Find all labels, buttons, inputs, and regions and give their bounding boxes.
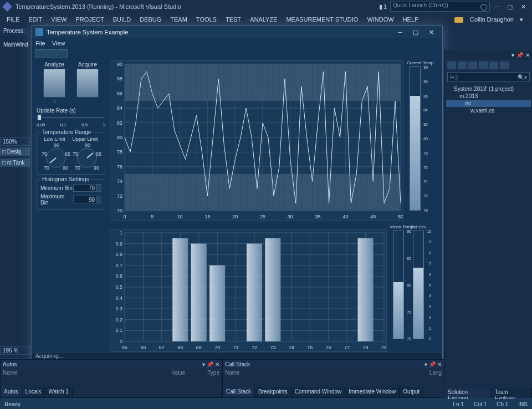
tab-immediate-window[interactable]: Immediate Window xyxy=(345,387,400,397)
project-node[interactable]: m.2013 xyxy=(446,93,531,100)
svg-text:10: 10 xyxy=(177,214,183,219)
tab-callstack[interactable]: Call Stack xyxy=(223,387,255,397)
low-limit-label: Low Limit xyxy=(44,136,65,142)
tb-btn-1[interactable] xyxy=(35,49,45,58)
design-tab[interactable]: □ Desig xyxy=(0,147,30,156)
child-minimize-button[interactable]: ─ xyxy=(392,29,408,35)
solexp-search[interactable]: l+;) 🔍▾ xyxy=(447,72,530,82)
menu-edit[interactable]: EDIT xyxy=(24,14,47,24)
child-menu-view[interactable]: View xyxy=(52,40,65,47)
autos-close-icon[interactable]: ✕ xyxy=(215,361,219,367)
svg-text:66: 66 xyxy=(140,345,146,350)
menu-window[interactable]: WINDOW xyxy=(362,14,398,24)
close-button[interactable]: ✕ xyxy=(516,2,530,12)
upper-limit-knob[interactable]: 8075857090 xyxy=(71,143,103,171)
tab-watch1[interactable]: Watch 1 xyxy=(45,387,72,397)
status-ready: Ready xyxy=(4,401,21,407)
svg-text:67: 67 xyxy=(159,345,165,350)
update-rate-slider[interactable] xyxy=(37,115,105,120)
cs-dropdown-icon[interactable]: ▾ xyxy=(424,361,427,367)
menu-tools[interactable]: TOOLS xyxy=(192,14,221,24)
se-showall-icon[interactable] xyxy=(479,62,488,69)
analyze-mode-button[interactable]: Analyze ☟ xyxy=(43,62,65,104)
autos-panel: Autos▾ 📌 ✕ Name Value Type Autos Locals … xyxy=(0,359,222,398)
menu-analyze[interactable]: ANALYZE xyxy=(245,14,282,24)
autos-title: Autos xyxy=(3,361,17,367)
panel-pin-icon[interactable]: 📌 xyxy=(516,52,523,58)
svg-rect-164 xyxy=(191,244,207,341)
tab-command-window[interactable]: Command Window xyxy=(291,387,345,397)
vs-logo-icon xyxy=(2,2,12,12)
callstack-panel: Call Stack▾ 📌 ✕ Name Lang Call Stack Bre… xyxy=(222,359,444,398)
mainwindow-tab[interactable]: MainWind xyxy=(0,39,31,50)
menu-file[interactable]: FILE xyxy=(2,14,24,24)
solution-tree[interactable]: System.2013' (1 project) m.2013 ml w.xam… xyxy=(445,83,532,116)
user-account[interactable]: Collin Draughon ▾ xyxy=(450,14,530,25)
xaml-cs-node[interactable]: w.xaml.cs xyxy=(446,107,531,114)
std-dev-gauge: Std Dev 109876543210 xyxy=(410,224,427,352)
svg-text:79: 79 xyxy=(381,345,387,350)
tab-team-explorer[interactable]: Team Explorer xyxy=(491,388,532,398)
restore-button[interactable]: ▢ xyxy=(503,2,516,12)
acquire-mode-button[interactable]: Acquire xyxy=(76,62,99,104)
tb-btn-3[interactable] xyxy=(58,49,68,58)
menu-help[interactable]: HELP xyxy=(398,14,423,24)
child-menubar: File View xyxy=(32,38,442,48)
cs-pin-icon[interactable]: 📌 xyxy=(429,361,436,367)
tb-btn-2[interactable] xyxy=(47,49,57,58)
se-collapse-icon[interactable] xyxy=(468,62,477,69)
minimize-button[interactable]: ─ xyxy=(490,2,503,12)
svg-text:5: 5 xyxy=(151,214,154,219)
zoom-combo-2[interactable]: 195 % xyxy=(0,346,30,355)
menu-team[interactable]: TEAM xyxy=(166,14,192,24)
child-titlebar[interactable]: Temperature System Example ─ ▢ ✕ xyxy=(32,26,442,38)
low-limit-knob[interactable]: 8075857090 xyxy=(40,143,71,171)
tab-locals[interactable]: Locals xyxy=(22,387,45,397)
menu-project[interactable]: PROJECT xyxy=(71,14,108,24)
svg-text:0.8: 0.8 xyxy=(115,252,122,257)
zoom-combo-1[interactable]: 150% xyxy=(0,137,30,146)
max-bin-input[interactable] xyxy=(73,196,96,203)
menu-view[interactable]: VIEW xyxy=(47,14,71,24)
autos-col-name: Name xyxy=(3,370,18,376)
tab-solution-explorer[interactable]: Solution Explorer xyxy=(444,388,491,398)
min-bin-spinner[interactable] xyxy=(96,184,101,192)
panel-close-icon[interactable]: ✕ xyxy=(525,52,530,58)
cs-close-icon[interactable]: ✕ xyxy=(437,361,442,367)
panel-dropdown-icon[interactable]: ▾ xyxy=(511,52,514,58)
solution-node[interactable]: System.2013' (1 project) xyxy=(446,85,531,93)
svg-text:68: 68 xyxy=(177,345,183,350)
tab-breakpoints[interactable]: Breakpoints xyxy=(255,387,291,397)
menu-measurement-studio[interactable]: MEASUREMENT STUDIO xyxy=(282,14,362,24)
autos-dropdown-icon[interactable]: ▾ xyxy=(202,361,205,367)
min-bin-input[interactable] xyxy=(73,184,96,192)
svg-text:0.6: 0.6 xyxy=(115,273,122,279)
se-props-icon[interactable] xyxy=(489,62,498,69)
autos-pin-icon[interactable]: 📌 xyxy=(207,361,213,367)
se-preview-icon[interactable] xyxy=(500,62,509,69)
status-col: Col 1 xyxy=(474,401,487,407)
svg-text:71: 71 xyxy=(233,345,239,350)
child-menu-file[interactable]: File xyxy=(35,40,45,47)
se-refresh-icon[interactable] xyxy=(458,62,467,69)
vs-statusbar: Ready Ln 1 Col 1 Ch 1 INS xyxy=(0,399,532,409)
svg-text:50: 50 xyxy=(398,214,403,219)
svg-text:86: 86 xyxy=(117,91,122,96)
nitank-tab[interactable]: □ ni:Tank xyxy=(0,159,30,167)
svg-text:0.1: 0.1 xyxy=(115,328,122,333)
acquire-label: Acquire xyxy=(78,62,97,68)
max-bin-spinner[interactable] xyxy=(96,196,101,203)
menu-test[interactable]: TEST xyxy=(221,14,245,24)
tab-output[interactable]: Output xyxy=(400,387,423,397)
menu-debug[interactable]: DEBUG xyxy=(135,14,166,24)
tab-autos[interactable]: Autos xyxy=(1,387,22,397)
menu-build[interactable]: BUILD xyxy=(109,14,135,24)
notification-flag[interactable]: ▮ 1 xyxy=(379,3,387,11)
designer-left-strip: Process: MainWind 150% □ Desig □ ni:Tank… xyxy=(0,25,31,358)
se-home-icon[interactable] xyxy=(447,62,456,69)
xaml-node[interactable]: ml xyxy=(446,100,531,107)
child-maximize-button[interactable]: ▢ xyxy=(408,29,423,36)
svg-text:0.7: 0.7 xyxy=(115,263,122,268)
child-close-button[interactable]: ✕ xyxy=(423,29,439,36)
quick-launch-input[interactable]: Quick Launch (Ctrl+Q) xyxy=(390,2,490,12)
